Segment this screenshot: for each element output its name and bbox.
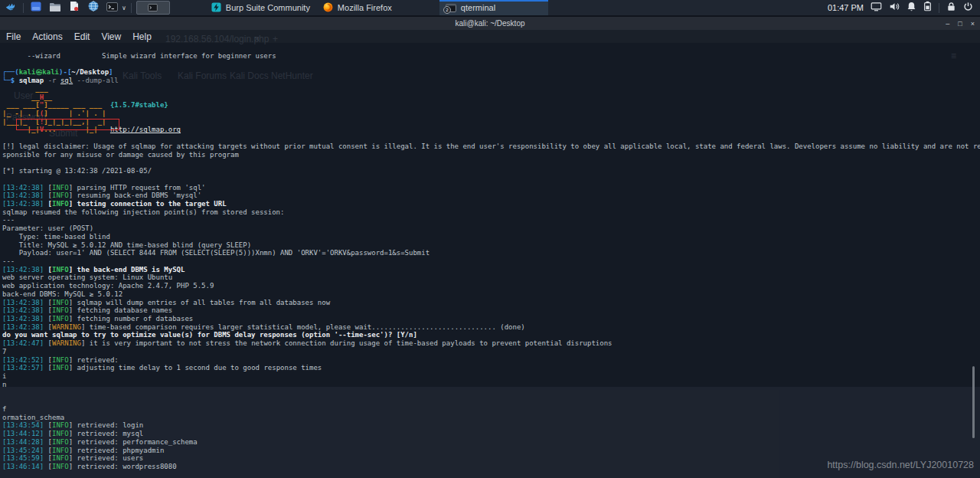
menu-bar: File Actions Edit View Help [0, 30, 980, 43]
terminal-launcher[interactable] [105, 1, 119, 15]
terminal-window-button[interactable] [136, 1, 170, 15]
scrollbar-thumb[interactable] [972, 366, 975, 438]
terminal-line: [13:42:38] [INFO] fetching database name… [2, 306, 980, 315]
terminal-line: [!] legal disclaimer: Usage of sqlmap fo… [2, 142, 980, 151]
terminal-line: [13:42:38] [INFO] testing connection to … [2, 200, 980, 208]
menu-edit[interactable]: Edit [74, 31, 90, 42]
taskbar-separator [23, 3, 24, 13]
terminal-line: web server operating system: Linux Ubunt… [2, 273, 980, 282]
terminal-line: └─$ sqlmap -r sql --dump-all [2, 77, 980, 85]
window-titlebar[interactable]: kali@kali: ~/Desktop – □ × [0, 17, 980, 30]
terminal-line [2, 134, 980, 142]
close-button[interactable]: × [971, 20, 975, 28]
terminal-line: [*] starting @ 13:42:38 /2021-08-05/ [2, 167, 980, 175]
terminal-line: --- [2, 216, 980, 224]
task-label: Mozilla Firefox [338, 3, 392, 12]
notifications-icon[interactable] [906, 1, 916, 15]
terminal-line: [13:42:38] [INFO] parsing HTTP request f… [2, 184, 980, 192]
terminal-line [2, 397, 980, 405]
terminal-line [2, 159, 980, 167]
terminal-line: i [2, 372, 980, 381]
terminal-line: |_|V... |_| http://sqlmap.org [2, 126, 980, 134]
taskbar-task-burpsuite[interactable]: Burp Suite Community E… [205, 0, 312, 15]
burpsuite-icon [211, 2, 221, 14]
terminal-line: ┌──(kali㉿kali)-[~/Desktop] [2, 68, 980, 77]
terminal-line: [13:42:38] [INFO] resuming back-end DBMS… [2, 192, 980, 200]
text-editor-launcher[interactable] [67, 1, 81, 15]
web-browser-launcher[interactable] [86, 1, 100, 15]
terminal-line: do you want sqlmap to try to optimize va… [2, 331, 980, 339]
menu-view[interactable]: View [101, 31, 121, 42]
terminal-line: [13:42:57] [INFO] adjusting time delay t… [2, 364, 980, 372]
terminal-line: [13:42:38] [INFO] fetching number of dat… [2, 315, 980, 323]
terminal-line: 7 [2, 348, 980, 356]
terminal-line: |___|_ [!]_|_|_|__,| _| [2, 118, 980, 126]
clock[interactable]: 01:47 PM [828, 3, 864, 12]
terminal-line: [13:42:38] [INFO] the back-end DBMS is M… [2, 266, 980, 274]
terminal-line: |_ -| . [(] | .'| . | [2, 110, 980, 118]
terminal-line: [13:43:54] [INFO] retrieved: login [2, 421, 980, 430]
terminal-line: --- [2, 257, 980, 266]
terminal-line: [13:42:38] [INFO] sqlmap will dump entri… [2, 299, 980, 307]
window-title: kali@kali: ~/Desktop [0, 17, 980, 30]
terminal-line: back-end DBMS: MySQL ≥ 5.0.12 [2, 290, 980, 299]
terminal-line: --wizard Simple wizard interface for beg… [2, 52, 980, 61]
qterminal-icon: 2 [446, 4, 456, 12]
maximize-button[interactable]: □ [958, 20, 962, 28]
terminal-window: kali@kali: ~/Desktop – □ × File Actions … [0, 17, 980, 478]
terminal-line: __H__ [2, 93, 980, 102]
terminal-line: ___ [2, 85, 980, 93]
terminal-line: Payload: user=1' AND (SELECT 8444 FROM (… [2, 249, 980, 257]
terminal-line: ___ ___["]_____ ___ ___ {1.5.7#stable} [2, 101, 980, 110]
terminal-icon [106, 1, 118, 15]
chevron-down-icon[interactable]: ∨ [122, 5, 126, 11]
text-editor-icon [70, 1, 79, 15]
task-label: Burp Suite Community E… [226, 3, 312, 12]
files-icon [31, 1, 41, 15]
taskbar-task-firefox[interactable]: Mozilla Firefox [317, 0, 403, 15]
terminal-line: n [2, 381, 980, 389]
folder-launcher[interactable] [47, 1, 62, 15]
folder-icon [49, 1, 60, 15]
taskbar-separator [939, 3, 939, 13]
display-icon[interactable] [871, 1, 882, 15]
kali-dragon-icon [5, 0, 18, 15]
terminal-line: Parameter: user (POST) [2, 224, 980, 233]
terminal-line: ormation_schema [2, 414, 980, 422]
volume-icon[interactable] [889, 1, 900, 15]
window-controls: – □ × [946, 17, 975, 30]
task-label: qterminal [461, 3, 495, 12]
desktop: ∨ Burp Suite Community E… Mozilla Firefo… [0, 0, 980, 478]
files-launcher[interactable] [28, 1, 43, 15]
menu-help[interactable]: Help [132, 31, 152, 42]
terminal-icon [148, 1, 158, 15]
terminal-line: Title: MySQL ≥ 5.0.12 AND time-based bli… [2, 241, 980, 250]
taskbar-separator [131, 3, 132, 13]
terminal-line: web application technology: Apache 2.4.7… [2, 282, 980, 290]
taskbar-task-qterminal[interactable]: 2 qterminal [439, 0, 548, 15]
terminal-line: [13:44:12] [INFO] retrieved: mysql [2, 430, 980, 438]
terminal-line [2, 175, 980, 184]
taskbar: ∨ Burp Suite Community E… Mozilla Firefo… [0, 0, 980, 15]
taskbar-tray: 01:47 PM [828, 1, 976, 15]
lock-icon[interactable] [946, 1, 956, 15]
watermark-url: https://blog.csdn.net/LYJ20010728 [827, 460, 974, 470]
terminal-line: [13:42:47] [WARNING] it is very importan… [2, 339, 980, 348]
kali-menu-button[interactable] [4, 1, 18, 15]
terminal-line: [13:45:24] [INFO] retrieved: phpmyadmin [2, 447, 980, 455]
menu-file[interactable]: File [6, 31, 21, 42]
battery-icon[interactable] [923, 1, 932, 15]
terminal-line: [13:42:52] [INFO] retrieved: [2, 356, 980, 365]
terminal-line: sponsible for any misuse or damage cause… [2, 151, 980, 159]
terminal-line [2, 388, 980, 397]
terminal-line: Type: time-based blind [2, 233, 980, 241]
terminal-line [2, 61, 980, 69]
terminal-line: f [2, 405, 980, 414]
terminal-content[interactable]: --wizard Simple wizard interface for beg… [0, 43, 980, 478]
menu-actions[interactable]: Actions [32, 31, 62, 42]
power-icon[interactable] [963, 1, 973, 15]
task-count-badge: 2 [443, 6, 451, 14]
minimize-button[interactable]: – [946, 20, 949, 28]
web-browser-icon [88, 1, 99, 15]
terminal-output: --wizard Simple wizard interface for beg… [2, 52, 980, 471]
